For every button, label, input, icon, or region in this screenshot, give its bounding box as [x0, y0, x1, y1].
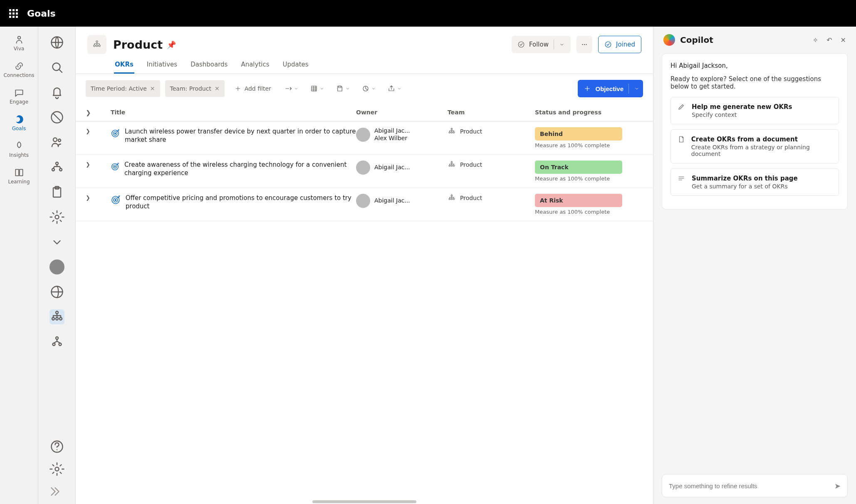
- org-tree-icon[interactable]: [49, 309, 64, 324]
- app-rail-connections[interactable]: Connections: [0, 58, 38, 81]
- sort-button[interactable]: [281, 80, 302, 97]
- topbar: Goals: [0, 0, 856, 27]
- tab-analytics[interactable]: Analytics: [240, 57, 270, 74]
- svg-rect-31: [312, 86, 317, 91]
- remove-filter-icon[interactable]: ✕: [150, 85, 155, 92]
- table-row[interactable]: ❯Launch wireless power transfer device b…: [76, 121, 653, 155]
- app-rail-engage[interactable]: Engage: [0, 85, 38, 107]
- joined-button[interactable]: Joined: [598, 36, 641, 53]
- tab-initiatives[interactable]: Initiatives: [146, 57, 178, 74]
- status-badge: On Track: [535, 161, 622, 174]
- expand-row-icon[interactable]: ❯: [86, 161, 111, 168]
- help-icon[interactable]: [49, 439, 64, 454]
- suggestion-subtitle: Create OKRs from a strategy or planning …: [691, 144, 832, 157]
- copilot-panel: Copilot ✧ ↶ ✕ Hi Abigail Jackson, Ready …: [653, 27, 856, 504]
- status-badge: Behind: [535, 127, 622, 141]
- filter-timeperiod[interactable]: Time Period: Active ✕: [86, 80, 160, 97]
- block-icon[interactable]: [49, 110, 64, 125]
- chevron-down-icon[interactable]: [559, 42, 565, 47]
- send-icon[interactable]: ➤: [834, 482, 841, 490]
- okr-title: Offer competitive pricing and promotions…: [126, 194, 356, 211]
- people-icon[interactable]: [49, 135, 64, 150]
- avatar: [356, 128, 370, 142]
- owner-names: Abigail Jac...Alex Wilber: [374, 127, 410, 142]
- svg-point-11: [55, 215, 59, 219]
- chevron-down-icon: [397, 86, 402, 91]
- page-title: Product: [113, 38, 163, 51]
- avatar[interactable]: [49, 259, 64, 274]
- expand-row-icon[interactable]: ❯: [86, 194, 111, 201]
- doc-icon: [678, 136, 685, 157]
- bell-icon[interactable]: [49, 85, 64, 100]
- add-objective-button[interactable]: Objective: [578, 80, 643, 97]
- horizontal-scrollbar[interactable]: [312, 500, 416, 503]
- objective-label: Objective: [595, 85, 623, 92]
- settings-icon-2[interactable]: [49, 462, 64, 477]
- add-filter-label: Add filter: [245, 85, 271, 92]
- globe-icon-2[interactable]: [49, 284, 64, 299]
- svg-point-2: [52, 63, 60, 71]
- expand-icon[interactable]: [49, 484, 64, 499]
- app-rail-label: Learning: [8, 179, 30, 185]
- grid-button[interactable]: [307, 80, 328, 97]
- more-button[interactable]: [576, 36, 592, 53]
- col-title: Title: [111, 109, 356, 116]
- expand-row-icon[interactable]: ❯: [86, 127, 111, 134]
- undo-icon[interactable]: ↶: [826, 36, 832, 44]
- search-icon[interactable]: [49, 60, 64, 75]
- tab-okrs[interactable]: OKRs: [114, 57, 134, 74]
- chevron-down-icon[interactable]: [634, 86, 640, 91]
- add-filter-button[interactable]: Add filter: [230, 80, 276, 97]
- copilot-logo-icon: [663, 34, 675, 46]
- app-rail-label: Engage: [10, 99, 28, 105]
- avatar: [356, 161, 370, 175]
- org-tree-icon-2[interactable]: [49, 334, 64, 349]
- globe-icon[interactable]: [49, 35, 64, 50]
- settings-icon[interactable]: [49, 210, 64, 225]
- table-row[interactable]: ❯Offer competitive pricing and promotion…: [76, 188, 653, 221]
- svg-point-36: [115, 133, 116, 134]
- svg-point-30: [605, 42, 611, 47]
- okr-title: Launch wireless power transfer device by…: [125, 127, 356, 144]
- clipboard-icon[interactable]: [49, 185, 64, 200]
- copilot-input[interactable]: [669, 482, 834, 489]
- sparkle-icon[interactable]: ✧: [813, 36, 818, 44]
- plus-icon: [235, 85, 241, 92]
- team-name: Product: [460, 128, 482, 135]
- copilot-suggestion[interactable]: Create OKRs from a documentCreate OKRs f…: [670, 129, 839, 163]
- app-rail-insights[interactable]: Insights: [0, 138, 38, 161]
- svg-point-21: [55, 467, 59, 471]
- share-button[interactable]: [384, 80, 405, 97]
- chart-button[interactable]: [359, 80, 379, 97]
- team-name: Product: [460, 195, 482, 201]
- svg-point-27: [582, 44, 583, 45]
- filter-team[interactable]: Team: Product ✕: [165, 80, 225, 97]
- remove-filter-icon[interactable]: ✕: [215, 85, 220, 92]
- filter-label: Time Period: Active: [91, 85, 147, 92]
- svg-point-50: [115, 200, 116, 201]
- team-tree-icon[interactable]: [49, 160, 64, 175]
- pencil-icon: [678, 103, 686, 118]
- svg-point-5: [58, 139, 61, 142]
- app-rail-goals[interactable]: Goals: [0, 111, 38, 134]
- copilot-suggestion[interactable]: Summarize OKRs on this pageGet a summary…: [670, 168, 839, 196]
- app-rail-viva[interactable]: Viva: [0, 32, 38, 54]
- table-row[interactable]: ❯Create awareness of the wireless chargi…: [76, 155, 653, 188]
- app-rail-learning[interactable]: Learning: [0, 165, 38, 187]
- chevron-down-icon[interactable]: [49, 235, 64, 250]
- expand-all-icon[interactable]: ❯: [86, 108, 111, 116]
- team-name: Product: [460, 161, 482, 168]
- close-icon[interactable]: ✕: [841, 36, 846, 44]
- page-header: Product 📌 Follow: [76, 27, 653, 74]
- tab-dashboards[interactable]: Dashboards: [190, 57, 228, 74]
- app-rail-label: Insights: [9, 152, 29, 158]
- tab-updates[interactable]: Updates: [282, 57, 309, 74]
- pin-icon[interactable]: 📌: [167, 40, 176, 49]
- copilot-greeting: Hi Abigail Jackson,: [670, 62, 839, 69]
- save-view-button[interactable]: [333, 80, 354, 97]
- follow-button[interactable]: Follow: [512, 36, 571, 53]
- chevron-down-icon: [371, 86, 376, 91]
- filter-label: Team: Product: [170, 85, 211, 92]
- copilot-suggestion[interactable]: Help me generate new OKRsSpecify context: [670, 97, 839, 124]
- app-launcher-icon[interactable]: [9, 9, 18, 18]
